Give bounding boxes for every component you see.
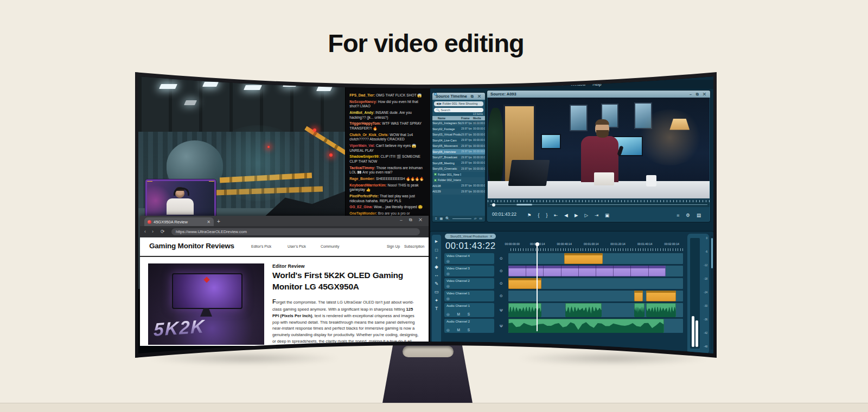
track-visibility-toggle[interactable]: ⊙ [494, 266, 508, 276]
column-headers[interactable]: Name Frame Media Start [432, 116, 485, 120]
video-clip[interactable] [508, 278, 541, 289]
browser-window-controls[interactable]: – ⧉ ✕ [400, 217, 425, 223]
sequence-tab[interactable]: Story03_Virtual Production✕ [445, 234, 496, 239]
preview-panel-header[interactable]: Source: A093 – ⧉ ✕ [487, 91, 710, 98]
sequence-tab-close-icon[interactable]: ✕ [490, 235, 493, 238]
zoom-out-icon[interactable]: 🔍 [445, 216, 450, 222]
video-clip[interactable] [646, 291, 676, 301]
track-mic-toggle[interactable]: Ψ [494, 319, 508, 333]
preview-scrub-bar[interactable] [488, 202, 710, 207]
menu-item-project[interactable]: Project [475, 82, 488, 87]
source-row[interactable]: Story05_Movement29.97 fps00:00:00:00 [432, 143, 485, 149]
marquee-tool[interactable]: □ [435, 248, 438, 253]
source-panel-header[interactable]: Source Timeline – ⧉ ✕ [432, 93, 485, 100]
menu-item-edit[interactable]: Edit [461, 82, 468, 87]
audio-clip[interactable] [508, 319, 664, 333]
export-button[interactable]: ▤ [697, 213, 701, 218]
track-header-icons[interactable]: ◎ [446, 272, 453, 276]
close-tab-icon[interactable]: ✕ [207, 220, 210, 224]
column-name[interactable]: Name [432, 116, 461, 120]
track-header[interactable]: Video Channel 3◎ [444, 266, 494, 276]
menu-item-marker[interactable]: Marker [535, 82, 548, 87]
bin-icon[interactable]: ▭ [479, 216, 482, 222]
audio-clip[interactable] [508, 303, 541, 317]
add-marker-button[interactable]: ⚑ [527, 213, 532, 218]
refresh-button[interactable]: ⟳ [161, 229, 165, 234]
track-header-icons[interactable]: ◎ M S [446, 312, 473, 317]
track-header-icons[interactable]: ◎ [446, 297, 453, 301]
editor-window-controls[interactable]: –⧉✕ [688, 73, 708, 79]
track-header[interactable]: Audio Channel 2◎ M S [444, 319, 494, 333]
nav-link[interactable]: Community [321, 244, 339, 248]
thumbnail-zoom-slider[interactable] [452, 218, 471, 219]
minimize-icon[interactable]: – [688, 73, 694, 78]
go-to-in-button[interactable]: ⇤ [554, 213, 558, 218]
back-button[interactable]: ‹ [144, 229, 146, 234]
selection-tool[interactable]: ► [434, 239, 438, 244]
new-tab-button[interactable]: + [217, 218, 220, 224]
track-lane[interactable] [508, 253, 683, 264]
track-header-icons[interactable]: ◎ [446, 259, 453, 263]
maximize-icon[interactable]: ⧉ [694, 73, 700, 78]
video-clip[interactable] [564, 253, 603, 264]
compare-button[interactable]: ⌗ [677, 213, 680, 218]
source-row[interactable]: Story07_Broadcast29.97 fps00:00:00:00 [432, 154, 485, 160]
track-visibility-toggle[interactable]: ⊙ [494, 278, 508, 289]
menu-item-title[interactable]: Title [556, 82, 563, 87]
track-header-icons[interactable]: ◎ M S [446, 328, 473, 332]
track-lane[interactable] [508, 266, 683, 276]
subscription-link[interactable]: Subscription [404, 244, 424, 248]
menu-item-help[interactable]: Help [592, 82, 601, 87]
source-file-list[interactable]: Story01_Instagram Style29.97 fps00:00:00… [432, 120, 485, 195]
audio-clip[interactable] [565, 303, 602, 317]
track-header[interactable]: Video Channel 4◎ [444, 253, 494, 264]
track-header[interactable]: Video Channel 1◎ [444, 291, 494, 301]
settings-button[interactable]: ⚙ [686, 213, 690, 218]
url-field[interactable]: https://www.UltraGearOLEDreview.com [171, 228, 420, 235]
source-row[interactable]: Story08_Meeting29.97 fps00:00:00:00 [432, 160, 485, 166]
menu-item-sequence[interactable]: Sequence [509, 82, 528, 87]
scrub-loop-segment[interactable] [516, 204, 532, 205]
track-visibility-toggle[interactable]: ⊙ [494, 291, 508, 301]
new-folder-icon[interactable]: ▱ [474, 216, 477, 222]
play-in-out-button[interactable]: ▣ [605, 213, 609, 218]
source-row[interactable]: Folder 001_New Shooting [432, 172, 485, 178]
audio-clip[interactable] [634, 303, 644, 317]
track-header[interactable]: Audio Channel 1◎ M S [444, 303, 494, 317]
menu-item-window[interactable]: Window [571, 82, 586, 87]
menu-item-file[interactable]: File [446, 82, 454, 87]
column-media-start[interactable]: Media Start [473, 116, 485, 120]
column-frame[interactable]: Frame [461, 116, 473, 120]
track-lane[interactable] [508, 303, 683, 317]
track-lane[interactable] [508, 278, 683, 289]
source-row[interactable]: A013929.97 fps00:00:00:00 [432, 189, 485, 195]
step-back-button[interactable]: ◀ [564, 213, 568, 218]
menu-item-clip[interactable]: Clip [495, 82, 502, 87]
source-row[interactable]: Story03_Virtual Production29.97 fps00:00… [432, 132, 485, 138]
track-visibility-toggle[interactable]: ⊙ [494, 253, 508, 264]
preview-tick-ruler[interactable] [488, 198, 710, 202]
source-row[interactable]: Story06_Interview29.97 fps00:00:00:00 [432, 149, 485, 155]
scrub-handle[interactable] [492, 203, 495, 207]
track-mic-toggle[interactable]: Ψ [494, 303, 508, 317]
sign-up-link[interactable]: Sign Up [387, 244, 400, 248]
source-row[interactable]: Story09_Cinematic29.97 fps00:00:00:00 [432, 166, 485, 172]
thumbnail-view-icon[interactable]: ▦ [440, 216, 443, 222]
source-panel-controls[interactable]: – ⧉ ✕ [464, 93, 482, 100]
forward-button[interactable]: › [152, 229, 154, 234]
list-view-icon[interactable]: ≡ [435, 216, 437, 222]
track-lane[interactable] [508, 291, 683, 301]
timeline-vertical-scrollbar[interactable] [711, 236, 713, 350]
track-lane[interactable] [508, 319, 683, 333]
step-forward-button[interactable]: ▷ [584, 213, 588, 218]
source-row[interactable]: Folder 002_Interview [432, 177, 485, 183]
mark-out-button[interactable]: } [546, 213, 547, 218]
go-to-out-button[interactable]: ⇥ [595, 213, 598, 218]
browser-tab[interactable]: 45GX950A Review ✕ [144, 217, 214, 226]
source-row[interactable]: Story04_Live-Cam29.97 fps00:00:00:00 [432, 138, 485, 144]
play-button[interactable]: ▶ [575, 213, 578, 218]
audio-clip[interactable] [646, 303, 676, 317]
preview-panel-controls[interactable]: – ⧉ ✕ [690, 91, 707, 98]
track-header[interactable]: Video Channel 2◎ [444, 278, 494, 289]
source-row[interactable]: Story02_Footage29.97 fps00:00:00:00 [432, 126, 485, 132]
